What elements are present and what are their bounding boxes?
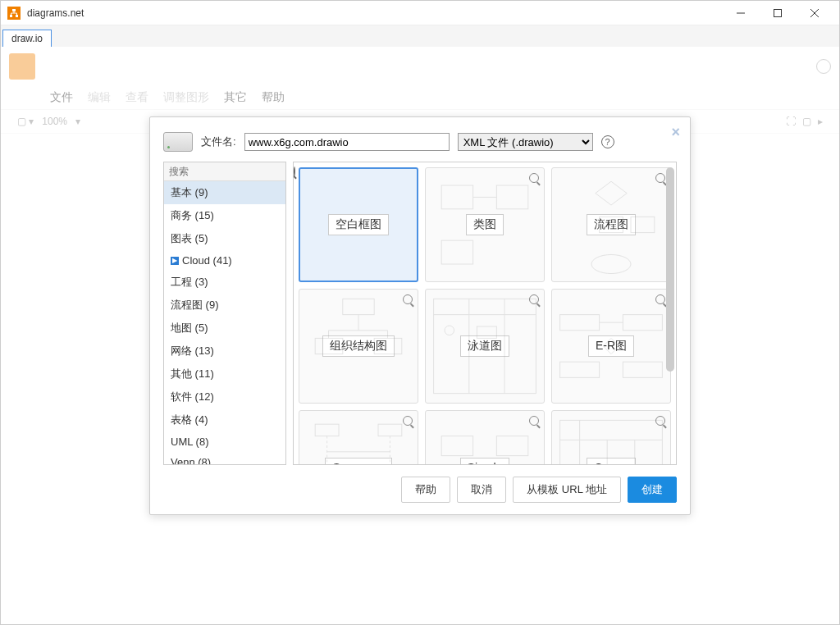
scrollbar-thumb[interactable] xyxy=(666,167,674,372)
from-url-button[interactable]: 从模板 URL 地址 xyxy=(513,477,621,503)
zoom-icon[interactable] xyxy=(403,294,413,304)
drive-icon xyxy=(163,132,193,152)
category-sidebar: 基本 (9)商务 (15)图表 (5)▶Cloud (41)工程 (3)流程图 … xyxy=(163,162,286,465)
svg-marker-15 xyxy=(596,181,627,205)
svg-rect-11 xyxy=(441,185,472,209)
filetype-select[interactable]: XML 文件 (.drawio) xyxy=(458,133,593,151)
template-card[interactable]: Cross- xyxy=(551,410,671,465)
window-title: diagrams.net xyxy=(27,7,722,19)
svg-rect-21 xyxy=(374,338,402,354)
category-label: 其他 (11) xyxy=(171,367,214,381)
svg-rect-46 xyxy=(560,420,663,465)
category-label: 流程图 (9) xyxy=(171,298,219,312)
category-item[interactable]: 基本 (9) xyxy=(164,181,285,204)
category-item[interactable]: 其他 (11) xyxy=(164,363,285,385)
svg-rect-13 xyxy=(441,240,472,264)
category-label: 网络 (13) xyxy=(171,344,214,358)
svg-rect-39 xyxy=(378,424,402,436)
filename-label: 文件名: xyxy=(201,135,236,149)
svg-rect-12 xyxy=(496,185,527,209)
category-item[interactable]: 表格 (4) xyxy=(164,408,285,431)
help-icon[interactable]: ? xyxy=(601,135,614,148)
category-label: 工程 (3) xyxy=(171,275,208,290)
close-button[interactable] xyxy=(796,2,833,25)
zoom-icon[interactable] xyxy=(403,416,413,426)
svg-rect-16 xyxy=(600,217,623,232)
template-area: 空白框图类图流程图组织结构图泳道图E-R图SequenceSimpleCross… xyxy=(293,162,677,465)
minimize-button[interactable] xyxy=(722,2,759,25)
window-titlebar: diagrams.net xyxy=(1,1,839,25)
svg-point-18 xyxy=(591,254,631,273)
svg-rect-0 xyxy=(12,9,16,11)
svg-rect-17 xyxy=(631,217,655,232)
category-item[interactable]: 商务 (15) xyxy=(164,204,285,227)
zoom-icon[interactable] xyxy=(529,173,539,183)
svg-rect-19 xyxy=(343,299,374,314)
tab-drawio[interactable]: draw.io xyxy=(2,30,52,47)
category-item[interactable]: UML (8) xyxy=(164,431,285,452)
category-label: 图表 (5) xyxy=(171,231,208,246)
template-label: 空白框图 xyxy=(328,214,389,235)
category-item[interactable]: ▶Cloud (41) xyxy=(164,250,285,271)
category-item[interactable]: 地图 (5) xyxy=(164,317,285,340)
template-card[interactable]: 类图 xyxy=(425,167,545,282)
category-label: 基本 (9) xyxy=(171,185,208,200)
svg-rect-20 xyxy=(315,338,343,354)
svg-marker-36 xyxy=(603,338,619,354)
svg-rect-38 xyxy=(315,424,339,436)
new-file-dialog: × 文件名: XML 文件 (.drawio) ? xyxy=(149,116,691,515)
svg-point-30 xyxy=(445,326,454,335)
svg-rect-1 xyxy=(10,15,12,17)
template-card[interactable]: 组织结构图 xyxy=(299,289,418,404)
zoom-icon[interactable] xyxy=(529,416,539,426)
filename-input[interactable] xyxy=(244,133,450,151)
svg-rect-34 xyxy=(560,362,600,377)
zoom-icon[interactable] xyxy=(655,294,665,304)
tab-strip: draw.io xyxy=(1,25,839,47)
category-item[interactable]: Venn (8) xyxy=(164,452,285,464)
maximize-button[interactable] xyxy=(759,2,796,25)
category-label: 表格 (4) xyxy=(171,413,208,427)
zoom-icon[interactable] xyxy=(655,416,665,426)
category-item[interactable]: 流程图 (9) xyxy=(164,294,285,317)
cancel-button[interactable]: 取消 xyxy=(457,477,506,503)
template-card[interactable]: 流程图 xyxy=(551,167,671,282)
category-label: Cloud (41) xyxy=(182,254,232,267)
close-icon[interactable]: × xyxy=(671,124,680,141)
template-card[interactable]: Sequence xyxy=(299,410,418,465)
zoom-icon[interactable] xyxy=(529,294,539,304)
svg-rect-31 xyxy=(477,326,496,338)
expand-icon: ▶ xyxy=(171,257,179,265)
app-icon xyxy=(7,7,21,20)
category-label: 地图 (5) xyxy=(171,321,208,335)
category-item[interactable]: 软件 (12) xyxy=(164,385,285,408)
svg-rect-2 xyxy=(16,15,18,17)
template-card[interactable]: 泳道图 xyxy=(425,289,545,404)
svg-rect-44 xyxy=(496,436,527,456)
category-item[interactable]: 工程 (3) xyxy=(164,271,285,294)
help-button[interactable]: 帮助 xyxy=(401,477,450,503)
svg-rect-32 xyxy=(560,315,600,331)
category-label: 软件 (12) xyxy=(171,390,214,404)
create-button[interactable]: 创建 xyxy=(628,477,677,503)
svg-rect-35 xyxy=(623,362,662,377)
svg-rect-8 xyxy=(774,9,781,16)
category-item[interactable]: 网络 (13) xyxy=(164,340,285,363)
template-card[interactable]: 空白框图 xyxy=(299,167,418,282)
svg-rect-33 xyxy=(623,315,662,331)
svg-rect-26 xyxy=(434,299,536,393)
category-label: Venn (8) xyxy=(171,456,211,464)
category-item[interactable]: 图表 (5) xyxy=(164,227,285,250)
category-label: UML (8) xyxy=(171,436,208,448)
category-label: 商务 (15) xyxy=(171,208,214,223)
search-input[interactable] xyxy=(167,164,294,179)
svg-rect-43 xyxy=(441,436,472,456)
template-card[interactable]: E-R图 xyxy=(551,289,671,404)
zoom-icon[interactable] xyxy=(655,173,665,183)
template-card[interactable]: Simple xyxy=(425,410,545,465)
